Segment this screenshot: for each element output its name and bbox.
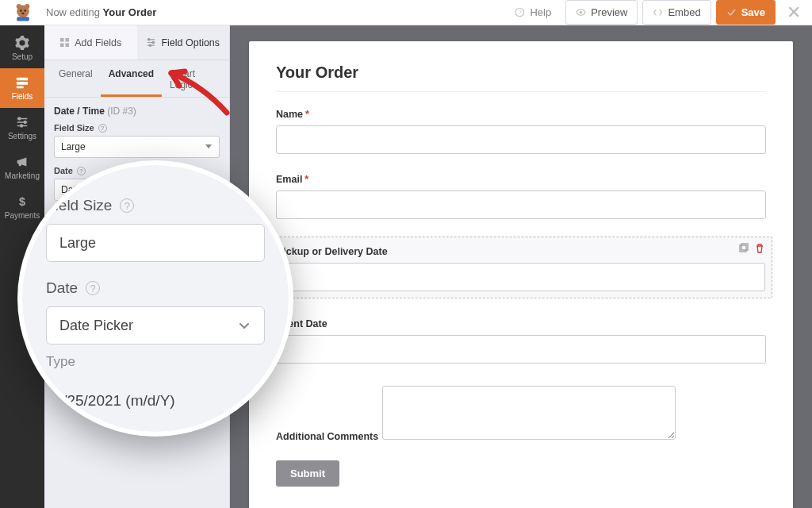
field-email[interactable]: Email* [276, 171, 766, 219]
svg-rect-11 [17, 82, 28, 85]
email-input[interactable] [276, 190, 766, 219]
delete-icon[interactable] [753, 242, 765, 254]
svg-rect-24 [740, 245, 746, 252]
field-comments[interactable]: Additional Comments [276, 381, 766, 443]
event-date-input[interactable] [276, 335, 766, 364]
form-canvas: Your Order Name* Email* Pickup or Delive… [230, 25, 812, 508]
duplicate-icon[interactable] [737, 242, 749, 254]
tab-add-fields[interactable]: Add Fields [44, 25, 137, 60]
eye-icon [576, 7, 586, 17]
svg-rect-10 [17, 78, 28, 81]
code-icon [653, 7, 663, 17]
sidebar-sub-tabs: General Advanced Smart Logic [44, 60, 229, 98]
svg-rect-18 [66, 38, 70, 42]
svg-rect-20 [66, 43, 70, 47]
svg-rect-19 [60, 43, 64, 47]
sidebar-top-tabs: Add Fields Field Options [44, 25, 229, 60]
save-button[interactable]: Save [716, 0, 776, 25]
embed-button[interactable]: Embed [642, 0, 710, 25]
mag-field-size-value: Large [46, 224, 265, 262]
pickup-date-input[interactable] [277, 263, 765, 291]
field-pickup-date[interactable]: Pickup or Delivery Date [270, 237, 772, 298]
sliders-icon [15, 115, 29, 129]
help-icon: ? [515, 7, 525, 17]
comments-textarea[interactable] [382, 386, 676, 440]
field-size-select[interactable]: Large [54, 136, 220, 158]
name-input[interactable] [276, 125, 766, 154]
field-size-label: Field Size? [54, 123, 220, 133]
svg-point-23 [150, 44, 151, 46]
field-event-date[interactable]: Event Date [276, 316, 766, 364]
svg-rect-6 [17, 17, 29, 21]
grid-icon [59, 37, 70, 48]
svg-rect-12 [17, 87, 24, 89]
mag-type-label: Type [46, 354, 265, 370]
gear-icon [15, 36, 29, 50]
top-bar: Now editing Your Order ? Help Preview Em… [0, 0, 812, 25]
mag-format-value: 08/25/2021 (m/d/Y) [46, 392, 265, 410]
svg-point-13 [18, 117, 21, 120]
rail-item-marketing[interactable]: Marketing [0, 148, 44, 187]
fields-icon [15, 75, 29, 90]
help-button[interactable]: ? Help [505, 1, 561, 24]
dollar-icon: $ [15, 194, 29, 209]
svg-point-5 [21, 12, 25, 13]
tab-field-options[interactable]: Field Options [137, 25, 230, 60]
subtab-general[interactable]: General [51, 60, 101, 97]
svg-point-14 [24, 121, 26, 124]
subtab-smart-logic[interactable]: Smart Logic [162, 60, 223, 97]
check-icon [726, 7, 737, 17]
svg-point-22 [153, 41, 155, 43]
now-editing-label: Now editing Your Order [46, 6, 156, 18]
svg-point-15 [21, 125, 23, 127]
svg-point-2 [25, 4, 29, 9]
svg-text:?: ? [519, 9, 522, 16]
magnifier-overlay: Field Size? Large Date? Date Picker Type… [17, 160, 293, 437]
svg-point-9 [580, 11, 582, 13]
submit-button[interactable]: Submit [276, 460, 339, 487]
svg-rect-25 [741, 244, 748, 250]
field-name[interactable]: Name* [276, 106, 766, 154]
rail-item-settings[interactable]: Settings [0, 108, 44, 148]
svg-point-21 [148, 39, 150, 40]
mag-date-label: Date? [46, 279, 265, 297]
svg-point-3 [20, 10, 22, 12]
rail-item-fields[interactable]: Fields [0, 68, 44, 108]
mag-date-select: Date Picker [46, 306, 265, 344]
svg-point-1 [17, 4, 21, 9]
subtab-advanced[interactable]: Advanced [101, 60, 162, 97]
options-icon [146, 37, 156, 48]
preview-button[interactable]: Preview [565, 0, 638, 25]
form-preview: Your Order Name* Email* Pickup or Delive… [249, 41, 793, 508]
close-icon[interactable]: ✕ [787, 2, 801, 23]
svg-text:$: $ [19, 195, 25, 208]
app-logo [11, 1, 35, 25]
svg-point-4 [24, 10, 26, 12]
megaphone-icon [15, 155, 29, 169]
chevron-down-icon [237, 318, 251, 333]
rail-item-payments[interactable]: $ Payments [0, 187, 44, 227]
rail-item-setup[interactable]: Setup [0, 29, 44, 68]
svg-rect-17 [60, 38, 64, 42]
form-title: Your Order [276, 64, 766, 92]
mag-field-size-label: Field Size? [46, 197, 265, 214]
